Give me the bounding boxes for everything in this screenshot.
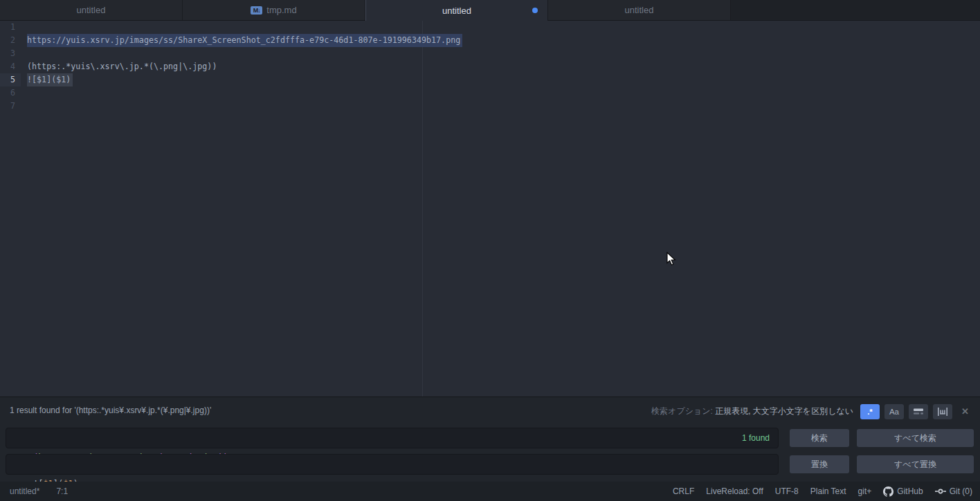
tab-bar-empty-area	[731, 0, 980, 20]
status-github[interactable]: GitHub	[883, 486, 923, 497]
line-number[interactable]: 6	[0, 86, 21, 100]
tab-label: untitled	[442, 6, 471, 16]
find-and-replace-panel: 1 result found for '(https:.*yuis¥.xsrv¥…	[0, 397, 980, 482]
only-in-selection-toggle-button[interactable]	[909, 404, 928, 419]
modified-indicator-dot	[532, 8, 538, 13]
editor-line[interactable]: 6	[0, 86, 980, 100]
search-result-count: 1 found	[742, 428, 770, 448]
in-selection-icon	[914, 408, 923, 416]
whole-word-icon	[938, 408, 947, 416]
tab-untitled-3[interactable]: untitled	[548, 0, 731, 20]
editor-line[interactable]: 4 (https:.*yuis\.xsrv\.jp.*(\.png|\.jpg)…	[0, 60, 980, 73]
line-number[interactable]: 1	[0, 21, 21, 34]
find-options-value: 正規表現, 大文字小文字を区別しない	[715, 406, 853, 416]
tab-untitled-2-active[interactable]: untitled	[365, 0, 548, 21]
find-options-label: 検索オプション:	[651, 406, 713, 416]
close-icon: ✕	[961, 406, 969, 417]
editor-line[interactable]: 5 ![$1]($1)	[0, 73, 980, 86]
selected-text: https://yuis.xsrv.jp/images/ss/ShareX_Sc…	[27, 34, 462, 47]
github-octocat-icon	[883, 486, 893, 497]
markdown-icon: M↓	[251, 6, 262, 15]
whole-word-toggle-button[interactable]	[933, 404, 952, 419]
status-github-label: GitHub	[897, 486, 923, 496]
status-git[interactable]: Git (0)	[935, 486, 972, 496]
replace-all-button[interactable]: すべて置換	[857, 455, 974, 473]
editor-line[interactable]: 2 https://yuis.xsrv.jp/images/ss/ShareX_…	[0, 34, 980, 47]
status-grammar[interactable]: Plain Text	[810, 486, 846, 496]
status-livereload[interactable]: LiveReload: Off	[706, 486, 763, 496]
replace-button[interactable]: 置換	[790, 455, 849, 473]
editor-line[interactable]: 1	[0, 21, 980, 34]
line-text: (https:.*yuis\.xsrv\.jp.*(\.png|\.jpg))	[27, 62, 217, 71]
editor-pane[interactable]: 1 2 https://yuis.xsrv.jp/images/ss/Share…	[0, 21, 980, 397]
tab-tmp-md[interactable]: M↓ tmp.md	[183, 0, 365, 20]
tab-label: tmp.md	[266, 5, 296, 15]
replace-input[interactable]: ![$1]($1)	[6, 454, 779, 475]
case-sensitive-toggle-button[interactable]: Aa	[884, 404, 904, 419]
tab-label: untitled	[625, 5, 654, 15]
find-options-summary: 検索オプション: 正規表現, 大文字小文字を区別しない	[651, 406, 853, 417]
status-line-ending[interactable]: CRLF	[673, 486, 694, 496]
regex-toggle-button[interactable]: .*	[860, 404, 880, 419]
find-result-message: 1 result found for '(https:.*yuis¥.xsrv¥…	[10, 406, 211, 415]
editor-line[interactable]: 3	[0, 47, 980, 60]
line-number[interactable]: 2	[0, 34, 21, 47]
line-number[interactable]: 4	[0, 60, 21, 73]
line-number[interactable]: 7	[0, 100, 21, 113]
status-encoding[interactable]: UTF-8	[775, 486, 799, 496]
editor-line[interactable]: 7	[0, 100, 980, 113]
line-number[interactable]: 5	[0, 73, 21, 86]
status-file-name[interactable]: untitled*	[10, 486, 39, 496]
find-all-button[interactable]: すべて検索	[857, 429, 974, 447]
close-panel-button[interactable]: ✕	[961, 406, 969, 417]
status-git-plus[interactable]: git+	[858, 486, 872, 496]
find-button[interactable]: 検索	[790, 429, 849, 447]
highlighted-text: ![$1]($1)	[27, 73, 73, 86]
git-commit-icon	[935, 488, 946, 495]
tab-untitled-1[interactable]: untitled	[0, 0, 183, 20]
status-git-label: Git (0)	[950, 486, 972, 496]
search-input[interactable]: (https:.*yuis\.xsrv\.jp.*(\.png|\.jpg)) …	[6, 428, 779, 448]
status-cursor-position[interactable]: 7:1	[56, 486, 68, 496]
status-bar: untitled* 7:1 CRLF LiveReload: Off UTF-8…	[0, 482, 980, 501]
line-number[interactable]: 3	[0, 47, 21, 60]
tab-bar: untitled M↓ tmp.md untitled untitled	[0, 0, 980, 21]
tab-label: untitled	[77, 5, 106, 15]
